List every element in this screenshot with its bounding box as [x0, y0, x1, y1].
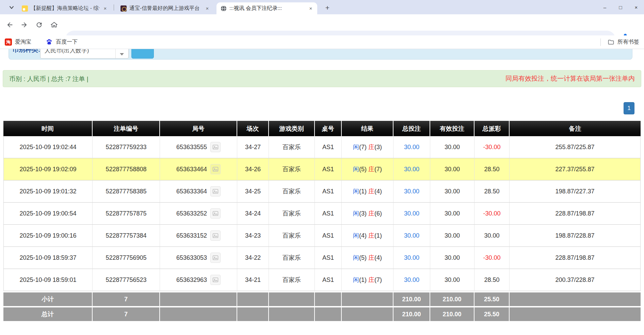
cell-payout: -30.00	[474, 136, 510, 158]
tab-bet-records-active[interactable]: :::视讯 会员下注纪录::: ×	[216, 2, 317, 14]
cell-valid-bet: 30.00	[430, 269, 474, 291]
reload-icon[interactable]	[33, 19, 45, 31]
result-image-button[interactable]	[210, 142, 221, 152]
cell-table-no: AS1	[315, 269, 342, 291]
bet-record-row: 2025-10-09 19:01:32522877758385653633364…	[3, 180, 641, 203]
cell-valid-bet: 30.00	[430, 247, 474, 269]
result-image-button[interactable]	[210, 230, 221, 241]
cell-table-no: AS1	[315, 225, 342, 247]
cell-round-id: 653633252	[160, 203, 237, 225]
search-button[interactable]	[131, 49, 154, 59]
footer-cell: 7	[93, 306, 160, 321]
cell-payout: -30.00	[474, 203, 510, 225]
column-header: 场次	[237, 121, 269, 136]
cell-total-bet[interactable]: 30.00	[393, 136, 430, 158]
cell-valid-bet: 30.00	[430, 180, 474, 203]
cell-remark: 228.87/198.87	[510, 203, 641, 225]
cell-valid-bet: 30.00	[430, 136, 474, 158]
tab-close-icon[interactable]: ×	[308, 5, 314, 12]
cell-total-bet[interactable]: 30.00	[393, 203, 430, 225]
column-header: 注单编号	[93, 121, 160, 136]
bet-record-row: 2025-10-09 19:00:16522877757384653633152…	[3, 225, 641, 247]
banker-result: 庄	[368, 210, 374, 217]
total-row: 总计7210.00210.0025.50	[3, 306, 641, 321]
tab-close-icon[interactable]: ×	[204, 5, 210, 12]
cell-time: 2025-10-09 19:00:16	[3, 225, 93, 247]
cell-remark: 198.87/228.87	[510, 225, 641, 247]
footer-cell	[160, 291, 237, 306]
cell-round-id: 653633152	[160, 225, 237, 247]
cell-remark: 228.87/198.87	[510, 247, 641, 269]
back-icon[interactable]	[4, 19, 16, 31]
maximize-icon[interactable]: □	[613, 0, 628, 14]
footer-cell: 25.50	[474, 306, 510, 321]
cell-bet-id: 522877758385	[93, 180, 160, 203]
currency-select-value: 人民币(出入数字)	[45, 49, 89, 54]
cell-time: 2025-10-09 19:00:54	[3, 203, 93, 225]
bet-record-row: 2025-10-09 19:02:09522877758808653633464…	[3, 158, 641, 180]
cell-payout: 28.50	[474, 158, 510, 180]
bookmark-label: 百度一下	[56, 38, 78, 46]
tab-search-chevron-icon[interactable]	[7, 3, 16, 12]
cell-session: 34-24	[237, 203, 269, 225]
cell-table-no: AS1	[315, 158, 342, 180]
result-image-button[interactable]	[210, 253, 221, 263]
column-header: 总投注	[393, 121, 430, 136]
footer-cell	[237, 306, 269, 321]
tab-forum[interactable]: 【新提醒】海燕策略论坛 - 综合 ×	[18, 2, 112, 14]
footer-cell	[342, 306, 393, 321]
cell-total-bet[interactable]: 30.00	[393, 180, 430, 203]
cell-total-bet[interactable]: 30.00	[393, 247, 430, 269]
column-header: 有效投注	[430, 121, 474, 136]
footer-cell: 210.00	[393, 291, 430, 306]
currency-select[interactable]: 人民币(出入数字)	[40, 49, 129, 59]
tongbao-favicon-icon	[120, 5, 127, 12]
all-bookmarks[interactable]: 所有书签	[600, 38, 639, 46]
footer-cell: 25.50	[474, 291, 510, 306]
cell-round-id: 653632963	[160, 269, 237, 291]
cell-payout: 30.00	[474, 225, 510, 247]
cell-game-type: 百家乐	[269, 136, 315, 158]
player-result: 闲	[353, 144, 359, 150]
bookmark-baidu[interactable]: 百度一下	[46, 38, 78, 46]
bookmark-taobao[interactable]: 淘 爱淘宝	[5, 38, 31, 46]
footer-cell: 7	[93, 291, 160, 306]
cell-session: 34-25	[237, 180, 269, 203]
cell-total-bet[interactable]: 30.00	[393, 225, 430, 247]
bet-record-row: 2025-10-09 18:59:01522877756523653632963…	[3, 269, 641, 291]
window-controls: – □ ×	[597, 0, 644, 14]
cell-remark: 227.37/255.87	[510, 158, 641, 180]
bookmark-label: 爱淘宝	[15, 38, 31, 46]
globe-favicon-icon	[221, 5, 227, 12]
banker-result: 庄	[368, 188, 374, 195]
tab-title: 通宝-信誉最好的网上游戏平台	[129, 5, 202, 12]
browser-tab-bar: 【新提醒】海燕策略论坛 - 综合 × 通宝-信誉最好的网上游戏平台 × :::视…	[0, 0, 644, 14]
cell-result: 闲(5) 庄(4)	[342, 247, 393, 269]
result-image-button[interactable]	[210, 208, 221, 219]
search-form-panel: 币别种类: 人民币(出入数字)	[9, 49, 632, 60]
cell-result: 闲(1) 庄(4)	[342, 180, 393, 203]
cell-game-type: 百家乐	[269, 269, 315, 291]
browser-nav-bar: dongshouji.com/ipl/portal.php/game/betre…	[0, 14, 644, 35]
cell-total-bet[interactable]: 30.00	[393, 158, 430, 180]
tab-title: :::视讯 会员下注纪录:::	[229, 5, 305, 12]
result-image-button[interactable]	[210, 164, 221, 174]
tab-tongbao[interactable]: 通宝-信誉最好的网上游戏平台 ×	[116, 2, 214, 14]
player-result: 闲	[353, 188, 359, 195]
tab-separator	[114, 4, 114, 11]
minimize-icon[interactable]: –	[597, 0, 613, 14]
forward-icon[interactable]	[18, 19, 30, 31]
result-image-button[interactable]	[210, 275, 221, 285]
new-tab-button[interactable]: +	[323, 3, 332, 13]
page-1-button[interactable]: 1	[624, 102, 634, 114]
cell-table-no: AS1	[315, 180, 342, 203]
tab-close-icon[interactable]: ×	[102, 5, 108, 12]
home-icon[interactable]	[48, 19, 60, 31]
banker-result: 庄	[368, 144, 374, 150]
result-image-button[interactable]	[210, 186, 221, 196]
window-close-icon[interactable]: ×	[628, 0, 644, 14]
cell-total-bet[interactable]: 30.00	[393, 269, 430, 291]
subtotal-row: 小计7210.00210.0025.50	[3, 291, 641, 306]
round-id-text: 653632963	[176, 276, 207, 284]
taobao-icon: 淘	[5, 38, 12, 46]
